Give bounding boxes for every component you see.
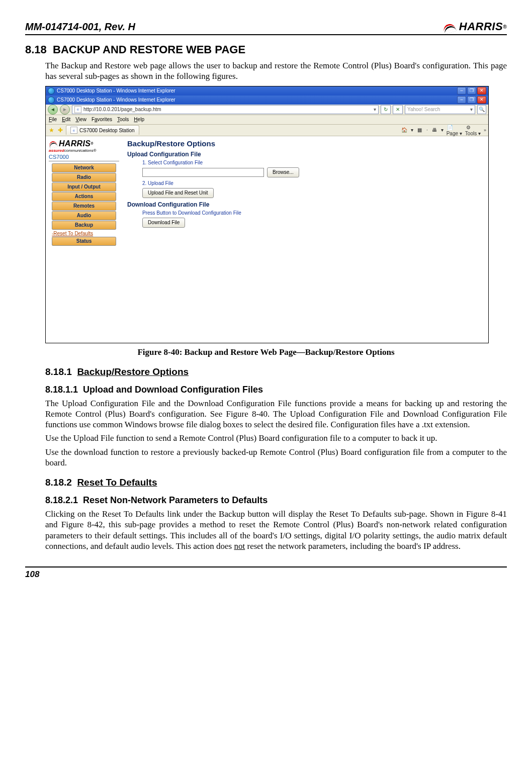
- search-dropdown-icon[interactable]: ▾: [470, 107, 473, 112]
- page-header: MM-014714-001, Rev. H HARRIS®: [25, 20, 507, 35]
- search-box[interactable]: Yahoo! Search ▾: [405, 105, 475, 114]
- address-bar[interactable]: e http://10.0.0.201/page_backup.htm ▾: [72, 105, 379, 114]
- menu-help[interactable]: Help: [134, 117, 144, 122]
- refresh-button[interactable]: ↻: [381, 105, 391, 114]
- sidebar-item-backup[interactable]: Backup: [52, 221, 116, 230]
- menu-tools[interactable]: Tools: [117, 117, 129, 122]
- stop-button[interactable]: ✕: [393, 105, 403, 114]
- file-path-input[interactable]: [142, 168, 264, 177]
- menu-favorites[interactable]: Favorites: [92, 117, 112, 122]
- section-intro-paragraph: The Backup and Restore web page allows t…: [45, 60, 507, 82]
- registered-mark: ®: [503, 24, 507, 30]
- para-81811-2: Use the Upload File function to send a R…: [45, 433, 507, 443]
- back-button[interactable]: ◄: [48, 105, 58, 115]
- sidebar-item-network[interactable]: Network: [52, 163, 116, 172]
- maximize-button[interactable]: ❐: [467, 96, 476, 104]
- subsection-8-18-1-heading: 8.18.1 Backup/Restore Options: [45, 366, 507, 377]
- tab-favicon-icon: e: [70, 127, 77, 134]
- page-number: 108: [25, 570, 39, 579]
- panel-title: Backup/Restore Options: [127, 139, 483, 148]
- chevron-right-icon[interactable]: »: [484, 128, 486, 133]
- sidebar-item-remotes[interactable]: Remotes: [52, 202, 116, 211]
- address-bar-row: ◄ ► e http://10.0.0.201/page_backup.htm …: [46, 105, 488, 115]
- logo-text: HARRIS: [459, 20, 503, 33]
- tagline-red: assured: [49, 148, 64, 153]
- upload-file-button[interactable]: Upload File and Reset Unit: [142, 188, 214, 198]
- page-footer: 108: [25, 566, 507, 580]
- tagline-black: communications®: [64, 148, 97, 153]
- para-text-b: reset the network parameters, including …: [245, 541, 461, 551]
- subsection-title: Reset To Defaults: [77, 477, 157, 488]
- minimize-button[interactable]: –: [457, 96, 466, 104]
- browser-tab[interactable]: e CS7000 Desktop Station: [66, 125, 139, 135]
- home-icon[interactable]: 🏠: [401, 127, 408, 134]
- page-content: HARRIS® assuredcommunications® CS7000 Ne…: [46, 136, 488, 343]
- close-button[interactable]: ✕: [477, 87, 486, 94]
- screenshot-figure: CS7000 Desktop Station - Windows Interne…: [45, 86, 489, 343]
- toolbar-page-label: Page: [447, 131, 458, 136]
- sidebar-item-actions[interactable]: Actions: [52, 192, 116, 201]
- section-title: BACKUP AND RESTORE WEB PAGE: [53, 43, 245, 56]
- sidebar-model: CS7000: [49, 154, 119, 161]
- browse-button[interactable]: Browse...: [267, 167, 299, 177]
- maximize-button[interactable]: ❐: [467, 87, 476, 94]
- dropdown-icon[interactable]: ▾: [411, 127, 413, 133]
- menu-file[interactable]: File: [49, 117, 57, 122]
- search-go-button[interactable]: 🔍: [477, 105, 486, 114]
- subsub-number: 8.18.1.1: [45, 385, 78, 395]
- subsub-title: Reset Non-Network Parameters to Defaults: [83, 495, 268, 505]
- sidebar-item-radio[interactable]: Radio: [52, 173, 116, 182]
- sidebar-item-status[interactable]: Status: [52, 237, 116, 246]
- sidebar-item-input-output[interactable]: Input / Output: [52, 182, 116, 192]
- step-1-label: 1. Select Configuration File: [142, 160, 483, 165]
- close-button[interactable]: ✕: [477, 96, 486, 104]
- sidebar-logo: HARRIS®: [49, 139, 119, 148]
- subsection-number: 8.18.2: [45, 477, 72, 488]
- document-id: MM-014714-001, Rev. H: [25, 21, 135, 33]
- subsub-number: 8.18.2.1: [45, 495, 78, 505]
- download-file-button[interactable]: Download File: [142, 218, 185, 228]
- subsection-number: 8.18.1: [45, 366, 72, 377]
- main-panel: Backup/Restore Options Upload Configurat…: [122, 136, 488, 343]
- tab-toolbar: ★ ✚ e CS7000 Desktop Station 🏠▾ ▦ · 🖶▾ 📄…: [46, 125, 488, 136]
- menu-bar: File Edit View Favorites Tools Help: [46, 115, 488, 125]
- tab-label: CS7000 Desktop Station: [79, 128, 135, 133]
- section-number: 8.18: [25, 43, 47, 56]
- toolbar-right: 🏠▾ ▦ · 🖶▾ 📄Page ▾ ⚙Tools ▾ »: [401, 124, 486, 136]
- upload-heading: Upload Configuration File: [127, 151, 483, 158]
- para-81811-1: The Upload Configuration File and the Do…: [45, 398, 507, 430]
- minimize-button[interactable]: –: [457, 87, 466, 94]
- sidebar-logo-swoosh-icon: [49, 140, 58, 147]
- toolbar-tools[interactable]: ⚙Tools ▾: [465, 124, 481, 136]
- search-placeholder: Yahoo! Search: [407, 107, 440, 112]
- toolbar-page[interactable]: 📄Page ▾: [447, 124, 462, 136]
- subsubsection-8-18-1-1-heading: 8.18.1.1 Upload and Download Configurati…: [45, 385, 507, 395]
- inner-window-title: CS7000 Desktop Station - Windows Interne…: [57, 97, 175, 103]
- add-favorites-icon[interactable]: ✚: [57, 127, 64, 134]
- subsection-8-18-2-heading: 8.18.2 Reset To Defaults: [45, 477, 507, 488]
- dropdown-icon[interactable]: ▾: [441, 127, 444, 133]
- toolbar-tools-label: Tools: [465, 131, 477, 136]
- outer-window-title: CS7000 Desktop Station - Windows Interne…: [57, 88, 175, 93]
- favorites-star-icon[interactable]: ★: [48, 127, 55, 134]
- menu-edit[interactable]: Edit: [62, 117, 70, 122]
- subsubsection-8-18-2-1-heading: 8.18.2.1 Reset Non-Network Parameters to…: [45, 495, 507, 506]
- print-icon[interactable]: 🖶: [431, 127, 438, 134]
- outer-window-titlebar: CS7000 Desktop Station - Windows Interne…: [46, 86, 488, 96]
- separator: ·: [426, 127, 428, 133]
- subsection-title: Backup/Restore Options: [77, 366, 189, 377]
- menu-view[interactable]: View: [75, 117, 86, 122]
- step-2-label: 2. Upload File: [142, 180, 483, 186]
- sidebar-tagline: assuredcommunications®: [49, 148, 119, 153]
- address-dropdown-icon[interactable]: ▾: [374, 107, 376, 112]
- sidebar-link-reset-defaults[interactable]: -Reset To Defaults: [52, 231, 116, 236]
- ie-icon: [48, 97, 55, 104]
- page-icon: 📄: [447, 124, 454, 131]
- sidebar-item-audio[interactable]: Audio: [52, 211, 116, 220]
- download-heading: Download Configuration File: [127, 201, 483, 208]
- url-text: http://10.0.0.201/page_backup.htm: [83, 107, 161, 112]
- para-81811-3: Use the download function to restore a p…: [45, 447, 507, 468]
- forward-button[interactable]: ►: [60, 105, 70, 115]
- sidebar-logo-text: HARRIS: [59, 139, 91, 148]
- feeds-icon[interactable]: ▦: [416, 127, 423, 134]
